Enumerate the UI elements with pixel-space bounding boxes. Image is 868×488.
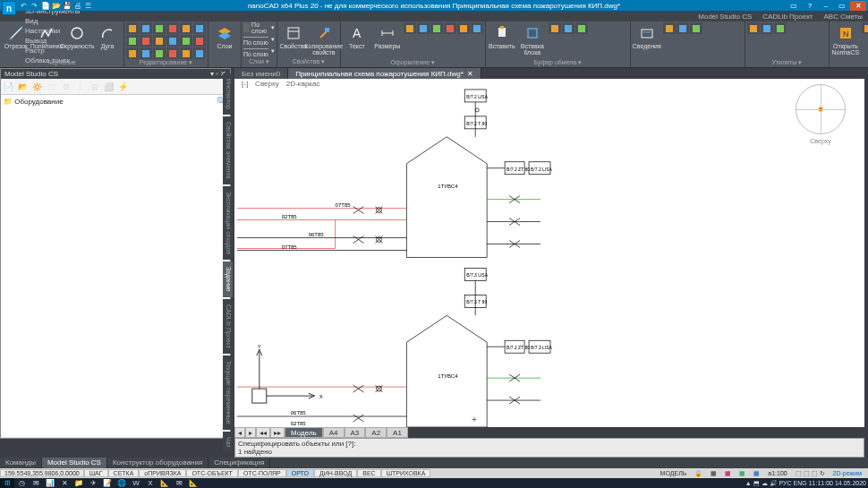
ribbon-small-button[interactable] <box>140 47 152 59</box>
status-toggle[interactable]: оПРИВЯЗКА <box>139 469 186 477</box>
sp-tool-button[interactable]: ⚡ <box>117 81 129 92</box>
ribbon-small-button[interactable] <box>193 35 206 47</box>
qat-button[interactable]: 📄 <box>41 2 49 10</box>
close-button[interactable]: ✕ <box>850 1 866 11</box>
ribbon-small-button[interactable] <box>862 22 868 34</box>
ribbon-button[interactable]: Вставить <box>488 22 516 49</box>
taskbar-app[interactable]: 📐 <box>186 478 200 488</box>
bottom-tab[interactable]: Команды <box>0 458 42 468</box>
ribbon-small-button[interactable] <box>180 47 192 59</box>
help-button[interactable]: ? <box>802 1 818 11</box>
ribbon-small-button[interactable] <box>747 22 760 34</box>
scale-label[interactable]: а1:100 <box>765 470 789 476</box>
qat-button[interactable]: 🖨 <box>73 2 81 10</box>
menu-tab-right[interactable]: Model Studio CS <box>693 12 757 21</box>
ribbon-small-button[interactable] <box>677 22 689 34</box>
ribbon-small-button[interactable] <box>417 22 430 34</box>
ribbon-small-button[interactable] <box>457 22 470 34</box>
bottom-tab[interactable]: Спецификация <box>208 458 270 468</box>
ribbon-small-button[interactable] <box>774 22 787 34</box>
ribbon-small-button[interactable] <box>404 22 416 34</box>
view-control-item[interactable]: 2D-каркас <box>283 80 324 88</box>
ribbon-small-button[interactable] <box>140 35 152 47</box>
grid-toggle-icon[interactable]: ▦ <box>708 470 719 477</box>
taskbar-app[interactable]: 📝 <box>100 478 115 488</box>
ribbon-small-button[interactable] <box>444 22 456 34</box>
taskbar-app[interactable]: ✈ <box>86 478 100 488</box>
sp-tool-button[interactable]: ⬜ <box>103 81 115 92</box>
maximize-button[interactable]: ▭ <box>834 1 850 11</box>
qat-button[interactable]: ↶ <box>20 2 28 10</box>
qat-button[interactable]: 📂 <box>52 2 60 10</box>
ribbon-button[interactable]: Окружность <box>63 22 91 49</box>
ribbon-small-button[interactable] <box>193 47 206 59</box>
command-line[interactable]: + Специфицировать объекты или [?]: 1 най… <box>234 438 864 458</box>
ribbon-small-button[interactable] <box>166 35 179 47</box>
model-tab-nav[interactable]: ▸ <box>245 427 256 438</box>
vertical-tab[interactable]: Задание <box>223 261 233 297</box>
bottom-tab[interactable]: Конструктор оборудования <box>107 458 208 468</box>
taskbar-app[interactable]: 📁 <box>72 478 86 488</box>
document-tab[interactable]: Без имени0 <box>234 68 288 79</box>
ribbon-small-button[interactable] <box>663 22 676 34</box>
taskbar-app[interactable]: ◷ <box>14 478 29 488</box>
status-toggle[interactable]: ОРТО <box>286 469 314 477</box>
layer-dropdown[interactable]: ———— По слою ▾ <box>243 34 275 45</box>
ribbon-button[interactable]: Дуга <box>93 22 122 49</box>
status-toggle[interactable]: ШАГ <box>84 469 108 477</box>
ribbon-small-button[interactable] <box>430 22 443 34</box>
taskbar-app[interactable]: 📐 <box>157 478 172 488</box>
sp-tool-button[interactable]: ⚙ <box>60 81 72 92</box>
qat-button[interactable]: 💾 <box>63 2 71 10</box>
layout-tab[interactable]: A2 <box>365 427 387 438</box>
ribbon-small-button[interactable] <box>153 22 166 34</box>
vertical-tab[interactable]: Свойства элемента <box>223 116 233 184</box>
ribbon-button[interactable]: Вставка блока <box>518 22 547 56</box>
view-mode[interactable]: 2D-режим <box>830 470 864 476</box>
layout-tab[interactable]: Модель <box>285 427 323 438</box>
extra-button[interactable]: ▭ <box>786 1 802 11</box>
ribbon-button[interactable]: Отрезок <box>2 22 30 49</box>
drawing-canvas[interactable]: 1ТУВС4 1ТУВС4 07Т85 02Т85 06Т85 07Т85 06… <box>234 79 864 427</box>
ribbon-small-button[interactable] <box>153 35 166 47</box>
model-tab-nav[interactable]: ◂◂ <box>256 427 270 438</box>
ribbon-small-button[interactable] <box>761 22 773 34</box>
taskbar-app[interactable]: ✉ <box>172 478 186 488</box>
view-cube[interactable]: Сверху <box>789 84 852 156</box>
ribbon-small-button[interactable] <box>193 22 206 34</box>
taskbar-app[interactable]: 📊 <box>43 478 57 488</box>
sp-tool-button[interactable]: ↕ <box>74 81 86 92</box>
taskbar-app[interactable]: W <box>129 478 143 488</box>
ribbon-small-button[interactable] <box>126 22 139 34</box>
lock-icon[interactable]: 🔒 <box>692 470 705 477</box>
view-control-item[interactable]: Сверху <box>251 80 283 88</box>
ribbon-button[interactable]: Полилиния <box>32 22 61 49</box>
layout-tab[interactable]: A3 <box>345 427 366 438</box>
bottom-tab[interactable]: Model Studio CS <box>42 458 107 468</box>
ribbon-small-button[interactable] <box>575 22 588 34</box>
tree-root[interactable]: 📁 Оборудование <box>4 98 64 106</box>
sp-tool-button[interactable]: ⊞ <box>89 81 100 92</box>
ribbon-button[interactable]: Сведения <box>633 22 661 49</box>
menu-tab-right[interactable]: CADLib Проект <box>757 12 818 21</box>
status-toggle[interactable]: ОТС-ПОЛЯР <box>238 469 286 477</box>
ribbon-button[interactable]: Размеры <box>373 22 402 49</box>
status-toggle[interactable]: ШТРИХОВКА <box>381 469 431 477</box>
qat-button[interactable]: ☰ <box>84 2 92 10</box>
ribbon-small-button[interactable] <box>126 35 139 47</box>
document-tab[interactable]: Принципиальная схема пожаротушения КИП.d… <box>288 68 481 79</box>
cmd-plus-icon[interactable]: + <box>472 415 477 424</box>
vertical-tab[interactable]: Текущие переменные <box>223 355 233 430</box>
layout-tab[interactable]: A4 <box>323 427 345 438</box>
ribbon-button[interactable]: NОткрыть NormaCS <box>831 22 860 56</box>
view-controls[interactable]: [-]Сверху2D-каркас <box>238 80 323 88</box>
ribbon-small-button[interactable] <box>126 47 139 59</box>
ribbon-small-button[interactable] <box>180 35 192 47</box>
layout-tab[interactable]: A1 <box>387 427 408 438</box>
layer-dropdown[interactable]: ———— По слою ▾ <box>243 46 275 56</box>
sp-tool-button[interactable]: ⬚ <box>46 81 57 92</box>
sp-tool-button[interactable]: 📂 <box>17 81 29 92</box>
qat-button[interactable]: ↷ <box>30 2 38 10</box>
model-tab-nav[interactable]: ▸▸ <box>270 427 285 438</box>
vertical-tab[interactable]: Экспликация отходов <box>223 186 233 260</box>
